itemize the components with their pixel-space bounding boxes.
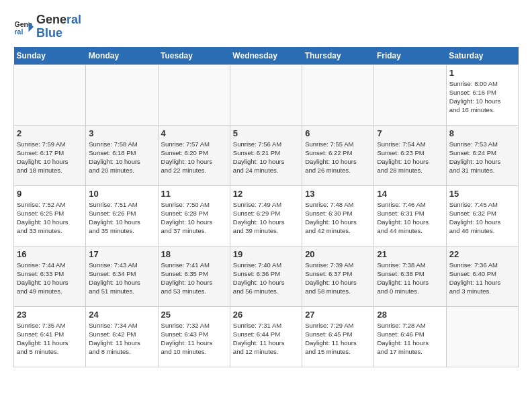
day-info: Sunrise: 7:50 AM Sunset: 6:28 PM Dayligh…: [161, 200, 227, 236]
week-row-1: 2Sunrise: 7:59 AM Sunset: 6:17 PM Daylig…: [14, 125, 519, 185]
day-number: 5: [233, 128, 299, 138]
calendar-cell: 21Sunrise: 7:38 AM Sunset: 6:38 PM Dayli…: [374, 246, 446, 306]
day-info: Sunrise: 7:57 AM Sunset: 6:20 PM Dayligh…: [161, 140, 227, 175]
day-info: Sunrise: 7:46 AM Sunset: 6:31 PM Dayligh…: [377, 200, 443, 236]
day-info: Sunrise: 7:31 AM Sunset: 6:44 PM Dayligh…: [233, 321, 299, 357]
day-info: Sunrise: 8:00 AM Sunset: 6:16 PM Dayligh…: [449, 79, 515, 115]
calendar-cell: 1Sunrise: 8:00 AM Sunset: 6:16 PM Daylig…: [446, 64, 518, 125]
calendar-cell: 4Sunrise: 7:57 AM Sunset: 6:20 PM Daylig…: [158, 125, 230, 185]
day-number: 11: [161, 189, 227, 199]
day-info: Sunrise: 7:56 AM Sunset: 6:21 PM Dayligh…: [233, 140, 299, 175]
day-number: 13: [305, 189, 371, 199]
day-info: Sunrise: 7:35 AM Sunset: 6:41 PM Dayligh…: [17, 321, 83, 357]
day-number: 7: [377, 128, 443, 138]
calendar-cell: 9Sunrise: 7:52 AM Sunset: 6:25 PM Daylig…: [14, 185, 86, 246]
calendar-cell: 2Sunrise: 7:59 AM Sunset: 6:17 PM Daylig…: [14, 125, 86, 185]
day-info: Sunrise: 7:36 AM Sunset: 6:40 PM Dayligh…: [449, 261, 515, 296]
day-number: 14: [377, 189, 443, 199]
calendar-cell: 14Sunrise: 7:46 AM Sunset: 6:31 PM Dayli…: [374, 185, 446, 246]
day-number: 2: [17, 128, 83, 138]
weekday-header-friday: Friday: [374, 47, 446, 65]
day-info: Sunrise: 7:41 AM Sunset: 6:35 PM Dayligh…: [161, 261, 227, 296]
day-info: Sunrise: 7:29 AM Sunset: 6:45 PM Dayligh…: [305, 321, 371, 357]
calendar-cell: [230, 64, 302, 125]
calendar-cell: 16Sunrise: 7:44 AM Sunset: 6:33 PM Dayli…: [14, 246, 86, 306]
week-row-2: 9Sunrise: 7:52 AM Sunset: 6:25 PM Daylig…: [14, 185, 519, 246]
week-row-0: 1Sunrise: 8:00 AM Sunset: 6:16 PM Daylig…: [14, 64, 519, 125]
calendar-cell: 17Sunrise: 7:43 AM Sunset: 6:34 PM Dayli…: [86, 246, 158, 306]
calendar-cell: 10Sunrise: 7:51 AM Sunset: 6:26 PM Dayli…: [86, 185, 158, 246]
day-number: 20: [305, 249, 371, 259]
day-info: Sunrise: 7:54 AM Sunset: 6:23 PM Dayligh…: [377, 140, 443, 175]
day-info: Sunrise: 7:55 AM Sunset: 6:22 PM Dayligh…: [305, 140, 371, 175]
day-number: 27: [305, 310, 371, 320]
weekday-header-row: SundayMondayTuesdayWednesdayThursdayFrid…: [14, 47, 519, 65]
week-row-3: 16Sunrise: 7:44 AM Sunset: 6:33 PM Dayli…: [14, 246, 519, 306]
weekday-header-tuesday: Tuesday: [158, 47, 230, 65]
calendar-cell: 25Sunrise: 7:32 AM Sunset: 6:43 PM Dayli…: [158, 306, 230, 367]
calendar-cell: 24Sunrise: 7:34 AM Sunset: 6:42 PM Dayli…: [86, 306, 158, 367]
calendar-cell: 6Sunrise: 7:55 AM Sunset: 6:22 PM Daylig…: [302, 125, 374, 185]
week-row-4: 23Sunrise: 7:35 AM Sunset: 6:41 PM Dayli…: [14, 306, 519, 367]
day-info: Sunrise: 7:28 AM Sunset: 6:46 PM Dayligh…: [377, 321, 443, 357]
day-number: 19: [233, 249, 299, 259]
day-info: Sunrise: 7:53 AM Sunset: 6:24 PM Dayligh…: [449, 140, 515, 175]
calendar-cell: [302, 64, 374, 125]
day-number: 18: [161, 249, 227, 259]
day-number: 21: [377, 249, 443, 259]
svg-text:ral: ral: [15, 27, 24, 35]
calendar-cell: 27Sunrise: 7:29 AM Sunset: 6:45 PM Dayli…: [302, 306, 374, 367]
logo-icon: Gene ral: [13, 17, 34, 37]
day-number: 4: [161, 128, 227, 138]
day-number: 10: [89, 189, 154, 199]
day-number: 8: [449, 128, 515, 138]
day-info: Sunrise: 7:49 AM Sunset: 6:29 PM Dayligh…: [233, 200, 299, 236]
calendar-cell: [158, 64, 230, 125]
calendar-cell: 13Sunrise: 7:48 AM Sunset: 6:30 PM Dayli…: [302, 185, 374, 246]
calendar-cell: 22Sunrise: 7:36 AM Sunset: 6:40 PM Dayli…: [446, 246, 518, 306]
day-info: Sunrise: 7:58 AM Sunset: 6:18 PM Dayligh…: [89, 140, 154, 175]
weekday-header-sunday: Sunday: [14, 47, 86, 65]
day-info: Sunrise: 7:40 AM Sunset: 6:36 PM Dayligh…: [233, 261, 299, 296]
day-info: Sunrise: 7:44 AM Sunset: 6:33 PM Dayligh…: [17, 261, 83, 296]
calendar-table: SundayMondayTuesdayWednesdayThursdayFrid…: [13, 47, 519, 367]
day-info: Sunrise: 7:38 AM Sunset: 6:38 PM Dayligh…: [377, 261, 443, 296]
day-number: 6: [305, 128, 371, 138]
day-info: Sunrise: 7:48 AM Sunset: 6:30 PM Dayligh…: [305, 200, 371, 236]
calendar-cell: 19Sunrise: 7:40 AM Sunset: 6:36 PM Dayli…: [230, 246, 302, 306]
calendar-cell: [14, 64, 86, 125]
calendar-cell: [446, 306, 518, 367]
calendar-cell: 8Sunrise: 7:53 AM Sunset: 6:24 PM Daylig…: [446, 125, 518, 185]
day-number: 15: [449, 189, 515, 199]
day-info: Sunrise: 7:59 AM Sunset: 6:17 PM Dayligh…: [17, 140, 83, 175]
calendar-cell: [374, 64, 446, 125]
day-number: 26: [233, 310, 299, 320]
calendar-cell: 23Sunrise: 7:35 AM Sunset: 6:41 PM Dayli…: [14, 306, 86, 367]
day-number: 3: [89, 128, 154, 138]
day-number: 22: [449, 249, 515, 259]
calendar-cell: 20Sunrise: 7:39 AM Sunset: 6:37 PM Dayli…: [302, 246, 374, 306]
weekday-header-wednesday: Wednesday: [230, 47, 302, 65]
weekday-header-saturday: Saturday: [446, 47, 518, 65]
page-header: Gene ral GeneralBlue: [13, 13, 519, 40]
calendar-cell: 26Sunrise: 7:31 AM Sunset: 6:44 PM Dayli…: [230, 306, 302, 367]
day-number: 28: [377, 310, 443, 320]
calendar-cell: 12Sunrise: 7:49 AM Sunset: 6:29 PM Dayli…: [230, 185, 302, 246]
logo-text: GeneralBlue: [36, 13, 81, 40]
calendar-cell: 5Sunrise: 7:56 AM Sunset: 6:21 PM Daylig…: [230, 125, 302, 185]
weekday-header-thursday: Thursday: [302, 47, 374, 65]
day-info: Sunrise: 7:52 AM Sunset: 6:25 PM Dayligh…: [17, 200, 83, 236]
calendar-cell: 11Sunrise: 7:50 AM Sunset: 6:28 PM Dayli…: [158, 185, 230, 246]
day-number: 1: [449, 68, 515, 78]
day-info: Sunrise: 7:32 AM Sunset: 6:43 PM Dayligh…: [161, 321, 227, 357]
calendar-body: 1Sunrise: 8:00 AM Sunset: 6:16 PM Daylig…: [14, 64, 519, 367]
day-number: 23: [17, 310, 83, 320]
day-number: 25: [161, 310, 227, 320]
calendar-cell: 28Sunrise: 7:28 AM Sunset: 6:46 PM Dayli…: [374, 306, 446, 367]
day-number: 12: [233, 189, 299, 199]
day-number: 9: [17, 189, 83, 199]
day-info: Sunrise: 7:34 AM Sunset: 6:42 PM Dayligh…: [89, 321, 154, 357]
day-info: Sunrise: 7:45 AM Sunset: 6:32 PM Dayligh…: [449, 200, 515, 236]
calendar-cell: 15Sunrise: 7:45 AM Sunset: 6:32 PM Dayli…: [446, 185, 518, 246]
weekday-header-monday: Monday: [86, 47, 158, 65]
